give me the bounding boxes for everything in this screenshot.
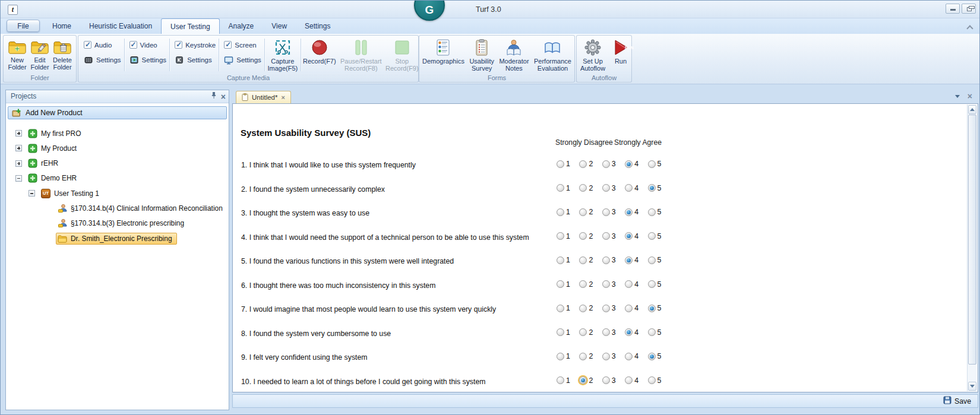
tree-expander-icon[interactable] [29,190,35,197]
radio-option-5[interactable] [648,160,656,168]
radio-option-5[interactable] [648,256,656,264]
vertical-scrollbar[interactable] [967,104,977,391]
keystroke-settings-button[interactable]: Settings [175,55,216,65]
radio-option-4[interactable] [625,208,633,216]
tree-item[interactable]: rEHR [8,157,227,170]
radio-option-3[interactable] [602,280,610,288]
tree-item[interactable]: UTUser Testing 1 [8,187,227,199]
video-checkbox[interactable]: Video [129,40,167,50]
radio-option-4[interactable] [625,353,633,360]
tree-expander-icon[interactable] [15,175,22,182]
radio-option-5[interactable] [648,232,656,240]
radio-option-5[interactable] [648,208,656,216]
tab-heuristic-evaluation[interactable]: Heuristic Evaluation [80,18,161,34]
keystroke-checkbox[interactable]: Keystroke [175,40,216,50]
usability-survey-button[interactable]: UsabilitySurvey [469,37,494,73]
tree-item[interactable]: My Product [8,142,227,154]
radio-option-2[interactable] [579,208,587,216]
document-tab-untitled[interactable]: Untitled* × [236,91,291,103]
radio-option-4[interactable] [625,305,633,312]
app-icon[interactable]: t [8,5,18,15]
tree-expander-icon[interactable] [15,160,22,167]
radio-option-5[interactable] [648,353,656,360]
radio-option-2[interactable] [579,353,587,360]
tab-view[interactable]: View [263,18,296,34]
tree-item[interactable]: §170.314.b(3) Electronic prescribing [8,217,227,230]
tree-item[interactable]: §170.314.b(4) Clinical Information Recon… [8,202,227,215]
edit-folder-button[interactable]: EditFolder [29,37,51,73]
radio-option-3[interactable] [602,232,610,240]
restore-button[interactable] [962,4,976,14]
radio-option-1[interactable] [557,376,564,384]
radio-option-3[interactable] [602,353,610,360]
radio-option-3[interactable] [602,208,610,216]
radio-option-2[interactable] [579,328,587,336]
radio-option-2[interactable] [579,305,587,312]
audio-checkbox[interactable]: Audio [84,40,121,50]
radio-option-1[interactable] [557,256,564,264]
capture-image-button[interactable]: CaptureImage(F5) [265,37,300,73]
radio-option-4[interactable] [625,184,633,192]
radio-option-5[interactable] [648,305,656,312]
radio-option-5[interactable] [648,280,656,288]
new-folder-button[interactable]: NewFolder [6,37,29,73]
add-new-product-button[interactable]: Add New Product [8,106,227,119]
moderator-notes-button[interactable]: ModeratorNotes [499,37,529,73]
screen-settings-button[interactable]: Settings [224,55,261,65]
radio-option-4[interactable] [625,328,633,336]
tree-expander-icon[interactable] [15,145,22,151]
radio-option-5[interactable] [648,328,656,336]
screen-checkbox[interactable]: Screen [224,40,261,50]
tab-list-dropdown-icon[interactable] [955,95,960,98]
radio-option-2[interactable] [579,256,587,264]
radio-option-4[interactable] [625,232,633,240]
tab-file[interactable]: File [7,20,40,32]
radio-option-2[interactable] [579,280,587,288]
tree-expander-icon[interactable] [15,130,22,137]
radio-option-1[interactable] [557,184,564,192]
document-tab-close-icon[interactable]: × [281,94,284,101]
delete-folder-button[interactable]: DeleteFolder [51,37,74,73]
radio-option-3[interactable] [602,328,610,336]
radio-option-1[interactable] [557,208,564,216]
video-settings-button[interactable]: Settings [129,55,167,65]
performance-evaluation-button[interactable]: PerformanceEvaluation [534,37,571,73]
radio-option-3[interactable] [602,256,610,264]
set-up-autoflow-button[interactable]: Set UpAutoflow [577,37,609,73]
radio-option-3[interactable] [602,305,610,312]
radio-option-1[interactable] [557,353,564,360]
radio-option-2[interactable] [579,160,587,168]
tab-strip-close-icon[interactable]: × [968,94,972,100]
radio-option-4[interactable] [625,376,633,384]
radio-option-3[interactable] [602,160,610,168]
audio-settings-button[interactable]: Settings [84,55,121,65]
run-button[interactable]: RUN Run [610,37,631,73]
scroll-down-button[interactable] [968,382,976,391]
radio-option-5[interactable] [648,376,656,384]
tab-analyze[interactable]: Analyze [220,18,263,34]
radio-option-5[interactable] [648,184,656,192]
collapse-ribbon-icon[interactable] [966,24,972,29]
radio-option-1[interactable] [557,305,564,312]
radio-option-3[interactable] [602,184,610,192]
radio-option-1[interactable] [557,328,564,336]
demographics-button[interactable]: Demographics [422,37,464,73]
radio-option-1[interactable] [557,280,564,288]
scroll-up-button[interactable] [968,105,976,114]
radio-option-3[interactable] [602,376,610,384]
tab-user-testing[interactable]: User Testing [161,18,219,34]
tree-item[interactable]: My first PRO [8,127,227,140]
tab-settings[interactable]: Settings [296,18,339,34]
radio-option-4[interactable] [625,256,633,264]
radio-option-2[interactable] [579,184,587,192]
radio-option-4[interactable] [625,160,633,168]
radio-option-4[interactable] [625,280,633,288]
scrollbar-thumb[interactable] [968,115,976,365]
minimize-button[interactable] [946,4,960,14]
pin-icon[interactable] [211,91,217,103]
save-button[interactable]: Save [941,396,973,406]
projects-close-icon[interactable]: × [221,93,226,101]
tree-item[interactable]: Dr. Smith_Electronic Prescribing [8,232,227,245]
tab-home[interactable]: Home [43,18,80,34]
tree-item[interactable]: Demo EHR [8,172,227,185]
